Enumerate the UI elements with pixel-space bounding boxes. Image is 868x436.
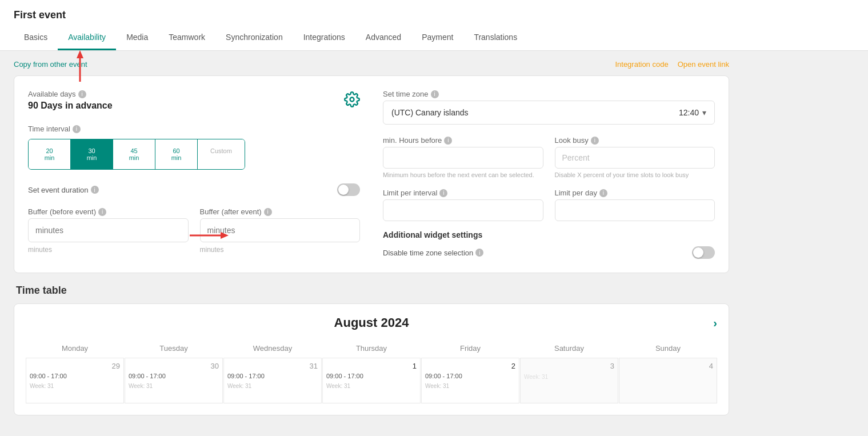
gear-icon[interactable] <box>344 91 360 109</box>
tab-integrations[interactable]: Integrations <box>293 26 355 50</box>
set-event-duration-row: Set event duration i <box>28 183 360 196</box>
look-busy-info-icon[interactable]: i <box>591 137 599 145</box>
look-busy-label: Look busy i <box>555 136 715 145</box>
interval-45min[interactable]: 45min <box>113 139 155 169</box>
additional-widget-section: Additional widget settings Disable time … <box>383 230 715 259</box>
buffer-after-field: Buffer (after event) i minutes <box>200 207 361 254</box>
cal-date-3: 3 <box>524 362 614 370</box>
disable-timezone-row: Disable time zone selection i <box>383 246 715 259</box>
min-hours-info-icon[interactable]: i <box>444 137 452 145</box>
look-busy-field: Look busy i Disable X percent of your ti… <box>555 136 715 179</box>
cal-time-31: 09:00 - 17:00 <box>227 373 318 379</box>
cal-cell-29[interactable]: 29 09:00 - 17:00 Week: 31 <box>26 358 124 403</box>
timetable-section: Time table August 2024 › Monday Tuesday … <box>14 285 729 415</box>
cal-date-29: 29 <box>30 362 120 370</box>
timezone-chevron-icon: ▾ <box>702 108 706 117</box>
tab-synchronization[interactable]: Synchronization <box>215 26 293 50</box>
limit-per-day-info-icon[interactable]: i <box>599 189 607 197</box>
interval-buttons: 20min 30min 45min 60min <box>28 139 245 170</box>
tab-availability[interactable]: Availability <box>58 26 116 50</box>
open-event-link[interactable]: Open event link <box>678 60 729 69</box>
toolbar-row: Copy from other event Integration code O… <box>14 60 729 69</box>
buffer-after-input[interactable] <box>207 226 353 235</box>
available-days-label: Available days i <box>28 90 113 98</box>
limit-per-interval-input[interactable]: 1 <box>383 199 543 221</box>
time-interval-section: Time interval i 20min 30min 45min <box>28 125 360 170</box>
timezone-info-icon[interactable]: i <box>431 90 439 98</box>
tab-translations[interactable]: Translations <box>463 26 527 50</box>
look-busy-input[interactable] <box>555 147 715 169</box>
buffer-before-input-wrap <box>28 218 189 242</box>
interval-custom[interactable]: Custom <box>198 139 245 169</box>
calendar-header: August 2024 › <box>26 315 717 330</box>
buffer-before-input[interactable] <box>35 226 181 235</box>
timezone-select[interactable]: (UTC) Canary islands 12:40 ▾ <box>383 101 715 125</box>
cal-week-3: Week: 31 <box>524 374 614 380</box>
set-event-duration-toggle[interactable] <box>337 183 360 196</box>
cal-time-1: 09:00 - 17:00 <box>326 373 417 379</box>
tab-payment[interactable]: Payment <box>411 26 463 50</box>
set-event-duration-info-icon[interactable]: i <box>91 186 99 194</box>
nav-tabs: Basics Availability Media Teamwork Synch… <box>14 26 854 50</box>
cal-cell-2[interactable]: 2 09:00 - 17:00 Week: 31 <box>421 358 519 403</box>
cal-week-31: Week: 31 <box>227 383 318 389</box>
calendar-month: August 2024 <box>334 315 409 330</box>
copy-from-other-event-link[interactable]: Copy from other event <box>14 60 87 69</box>
cal-time-30: 09:00 - 17:00 <box>129 373 219 379</box>
availability-section-row: Available days i 90 Days in advance <box>28 90 715 259</box>
cal-week-30: Week: 31 <box>129 383 219 389</box>
min-hours-input[interactable]: 12 <box>383 147 543 169</box>
buffer-after-label: Buffer (after event) i <box>200 207 361 216</box>
limit-per-interval-label: Limit per interval i <box>383 189 543 197</box>
min-hours-label: min. Hours before i <box>383 136 543 145</box>
interval-60min[interactable]: 60min <box>155 139 198 169</box>
tab-advanced[interactable]: Advanced <box>355 26 411 50</box>
available-days-info-icon[interactable]: i <box>78 90 86 98</box>
event-title: First event <box>14 0 854 26</box>
interval-30min[interactable]: 30min <box>71 139 113 169</box>
cal-cell-1[interactable]: 1 09:00 - 17:00 Week: 31 <box>322 358 421 403</box>
timezone-value: (UTC) Canary islands <box>391 108 469 117</box>
limit-per-interval-field: Limit per interval i 1 <box>383 189 543 221</box>
timezone-time: 12:40 ▾ <box>679 108 706 117</box>
cal-header-monday: Monday <box>26 339 124 357</box>
limit-per-day-field: Limit per day i 5 <box>555 189 715 221</box>
limits-row: Limit per interval i 1 Limit per day i 5 <box>383 189 715 221</box>
integration-code-link[interactable]: Integration code <box>615 60 668 69</box>
set-event-duration-label: Set event duration i <box>28 186 99 194</box>
min-hours-hint: Minimum hours before the next event can … <box>383 171 543 179</box>
limit-per-interval-info-icon[interactable]: i <box>439 189 447 197</box>
cal-date-1: 1 <box>326 362 417 370</box>
cal-cell-3[interactable]: 3 Week: 31 <box>520 358 618 403</box>
right-links: Integration code Open event link <box>615 60 729 69</box>
cal-header-tuesday: Tuesday <box>125 339 223 357</box>
cal-header-friday: Friday <box>421 339 519 357</box>
cal-header-saturday: Saturday <box>520 339 618 357</box>
available-days-value: 90 Days in advance <box>28 101 113 111</box>
buffer-after-info-icon[interactable]: i <box>264 208 272 216</box>
buffer-before-info-icon[interactable]: i <box>98 208 106 216</box>
interval-20min[interactable]: 20min <box>29 139 71 169</box>
cal-time-2: 09:00 - 17:00 <box>425 373 515 379</box>
calendar-next-button[interactable]: › <box>713 317 717 330</box>
page-header: First event Basics Availability Media Te… <box>0 0 868 51</box>
tab-media[interactable]: Media <box>116 26 158 50</box>
buffer-before-hint: minutes <box>28 246 189 254</box>
cal-cell-30[interactable]: 30 09:00 - 17:00 Week: 31 <box>125 358 223 403</box>
cal-cell-4[interactable]: 4 <box>619 358 717 403</box>
timetable-title: Time table <box>14 285 729 297</box>
cal-date-31: 31 <box>227 362 318 370</box>
limit-per-day-input[interactable]: 5 <box>555 199 715 221</box>
cal-date-30: 30 <box>129 362 219 370</box>
cal-cell-31[interactable]: 31 09:00 - 17:00 Week: 31 <box>223 358 322 403</box>
disable-timezone-toggle[interactable] <box>692 246 715 259</box>
cal-header-thursday: Thursday <box>322 339 421 357</box>
cal-week-29: Week: 31 <box>30 383 120 389</box>
disable-timezone-info-icon[interactable]: i <box>475 249 483 257</box>
tab-basics[interactable]: Basics <box>14 26 58 50</box>
calendar-grid: Monday Tuesday Wednesday Thursday Friday… <box>26 339 717 403</box>
tab-teamwork[interactable]: Teamwork <box>158 26 215 50</box>
time-interval-label: Time interval i <box>28 125 360 133</box>
time-interval-info-icon[interactable]: i <box>73 125 81 133</box>
buffer-before-field: Buffer (before event) i minutes <box>28 207 189 254</box>
